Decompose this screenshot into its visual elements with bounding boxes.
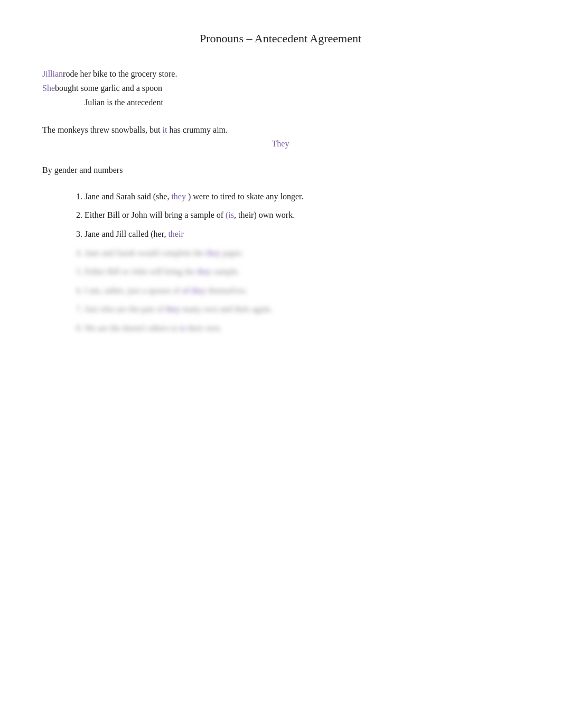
list-item-7-blurred: Just who are the pair of they many own a… xyxy=(85,302,519,316)
item3-highlight: their xyxy=(168,229,183,238)
pronoun-list: Jane and Sarah said (she, they ) were to… xyxy=(85,190,519,335)
item3-prefix: Jane and Jill called (her, xyxy=(85,229,168,238)
example1-line1: Jillianrode her bike to the grocery stor… xyxy=(42,67,519,81)
she-highlight: She xyxy=(42,84,55,93)
jillian-highlight: Jillian xyxy=(42,69,63,78)
item2-prefix: Either Bill or John will bring a sample … xyxy=(85,210,226,219)
they-answer: They xyxy=(42,139,519,149)
example2-suffix: has crummy aim. xyxy=(167,125,228,134)
item2-suffix: , their) own work. xyxy=(234,210,295,219)
example1-line1-suffix: rode her bike to the grocery store. xyxy=(63,69,177,78)
list-item-3: Jane and Jill called (her, their xyxy=(85,227,519,241)
example1-line2-suffix: bought some garlic and a spoon xyxy=(55,84,162,93)
example-section-2: The monkeys threw snowballs, but it has … xyxy=(42,123,519,149)
list-item-4-blurred: Jane and Sarah would complete the they p… xyxy=(85,246,519,260)
example-section-1: Jillianrode her bike to the grocery stor… xyxy=(42,67,519,110)
example2-prefix: The monkeys threw snowballs, but xyxy=(42,125,163,134)
item1-suffix: ) were to tired to skate any longer. xyxy=(186,192,304,201)
example1-line3: Julian is the antecedent xyxy=(85,95,519,109)
list-item-6-blurred: I am, rather, just a spouse of of they t… xyxy=(85,284,519,298)
item1-prefix: Jane and Sarah said (she, xyxy=(85,192,171,201)
item1-highlight: they xyxy=(171,192,186,201)
list-item-8-blurred: We are the doesn't others to is their ow… xyxy=(85,321,519,335)
list-item-2: Either Bill or John will bring a sample … xyxy=(85,208,519,222)
example2-line1: The monkeys threw snowballs, but it has … xyxy=(42,123,519,137)
item2-highlight: (is xyxy=(226,210,234,219)
list-item-1: Jane and Sarah said (she, they ) were to… xyxy=(85,190,519,204)
page-title: Pronouns – Antecedent Agreement xyxy=(42,32,519,45)
example1-line2: Shebought some garlic and a spoon xyxy=(42,81,519,95)
list-item-5-blurred: Either Bill or John will bring the they … xyxy=(85,265,519,279)
by-gender-label: By gender and numbers xyxy=(42,165,519,175)
